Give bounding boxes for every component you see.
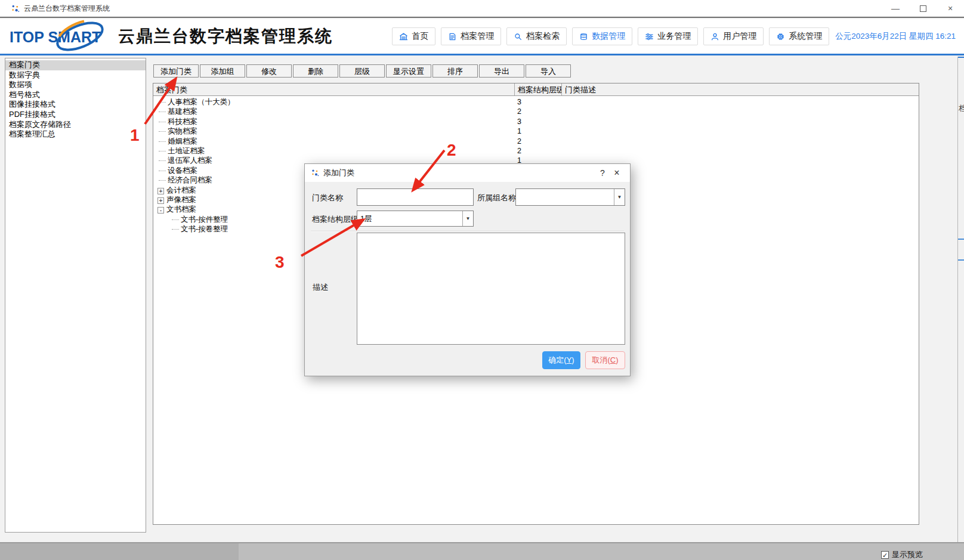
tree-item-label: 基建档案 (168, 107, 197, 116)
table-row[interactable]: 土地证档案2 (153, 146, 919, 156)
nav-button-5[interactable]: 用户管理 (703, 27, 764, 45)
tree-connector (159, 120, 166, 122)
structure-level-cell: 1 (517, 126, 521, 136)
toolbar-button-0[interactable]: 添加门类 (153, 64, 199, 78)
table-row[interactable]: 科技档案3 (153, 117, 919, 126)
system-icon (776, 32, 785, 41)
structure-level-cell: 2 (517, 137, 521, 146)
column-header-description[interactable]: 门类描述 (562, 83, 919, 95)
tree-expander-icon[interactable]: + (157, 188, 164, 194)
tree-expander-icon[interactable]: + (157, 197, 164, 204)
tree-item-label: 婚姻档案 (168, 137, 197, 146)
column-header-structure-level[interactable]: 档案结构层级 (515, 83, 562, 95)
app-icon (11, 4, 20, 13)
toolbar-button-5[interactable]: 显示设置 (386, 64, 431, 78)
window-controls: — × (882, 0, 964, 17)
cancel-button[interactable]: 取消(C) (585, 351, 625, 369)
table-row[interactable]: 婚姻档案2 (153, 137, 919, 146)
home-icon (399, 32, 408, 41)
database-icon (579, 32, 588, 41)
table-row[interactable]: 人事档案（十大类）3 (153, 97, 919, 107)
checkbox-checked-icon[interactable]: ✓ (881, 551, 889, 559)
logo-text: ITOP SMART (10, 29, 101, 46)
group-name-select[interactable]: ▼ (515, 188, 625, 206)
toolbar-button-6[interactable]: 排序 (432, 64, 478, 78)
nav-button-0[interactable]: 首页 (392, 27, 435, 45)
preview-checkbox-row: ✓ 显示预览 (881, 549, 923, 560)
sidebar-item-5[interactable]: PDF挂接格式 (5, 110, 146, 120)
maximize-icon (920, 5, 926, 12)
sidebar-item-1[interactable]: 数据字典 (5, 70, 146, 81)
sidebar-item-6[interactable]: 档案原文存储路径 (5, 120, 146, 130)
sliver-blue-line (958, 259, 964, 261)
category-name-label: 门类名称 (312, 193, 343, 203)
tree-item-label: 实物档案 (168, 127, 197, 135)
structure-level-select[interactable]: 1层 ▼ (357, 211, 474, 227)
datetime-text: 公元2023年6月22日 星期四 16:21 (835, 31, 956, 42)
tree-connector (159, 110, 166, 112)
structure-level-label: 档案结构层级 (312, 214, 359, 225)
dialog-icon (311, 169, 319, 177)
tree-item-label: 会计档案 (166, 186, 196, 194)
nav-label: 数据管理 (592, 31, 625, 42)
sliver-clipped-text: 档 (959, 103, 964, 114)
ok-button[interactable]: 确定(Y) (542, 351, 580, 369)
dialog-titlebar[interactable]: 添加门类 ? × (305, 164, 630, 182)
dialog-help-button[interactable]: ? (595, 168, 610, 178)
structure-level-cell: 2 (517, 146, 521, 156)
maximize-button[interactable] (909, 0, 937, 17)
nav-button-3[interactable]: 数据管理 (572, 27, 632, 45)
bottom-strip (0, 543, 964, 560)
tree-item-label: 文书-按卷整理 (181, 225, 228, 233)
toolbar-button-7[interactable]: 导出 (479, 64, 524, 78)
user-icon (710, 32, 719, 41)
os-titlebar: 云鼎兰台数字档案管理系统 — × (0, 0, 964, 18)
toolbar-button-1[interactable]: 添加组 (200, 64, 245, 78)
nav-button-1[interactable]: 档案管理 (441, 27, 501, 45)
dialog-close-button[interactable]: × (610, 168, 624, 178)
sidebar-item-3[interactable]: 档号格式 (5, 90, 146, 100)
sidebar-item-4[interactable]: 图像挂接格式 (5, 100, 146, 110)
category-name-input[interactable] (357, 188, 474, 206)
tree-connector (172, 218, 179, 220)
column-header-category[interactable]: 档案门类 (153, 83, 515, 95)
table-row[interactable]: 实物档案1 (153, 126, 919, 136)
tree-item-label: 经济合同档案 (168, 176, 212, 184)
nav-label: 业务管理 (657, 31, 691, 42)
chevron-down-icon[interactable]: ▼ (614, 189, 625, 205)
tree-connector (172, 227, 179, 230)
window-title: 云鼎兰台数字档案管理系统 (24, 4, 110, 14)
sidebar-item-7[interactable]: 档案整理汇总 (5, 129, 146, 140)
toolbar-button-4[interactable]: 层级 (339, 64, 385, 78)
group-name-label: 所属组名称 (477, 193, 516, 203)
toolbar-button-2[interactable]: 修改 (246, 64, 292, 78)
tree-item-label: 土地证档案 (168, 147, 205, 155)
sidebar-item-0[interactable]: 档案门类 (5, 60, 146, 70)
nav-button-6[interactable]: 系统管理 (769, 27, 829, 45)
toolbar-button-8[interactable]: 导入 (526, 64, 571, 78)
structure-level-value: 1层 (360, 214, 372, 224)
minimize-button[interactable]: — (882, 0, 909, 17)
tree-connector (159, 100, 166, 103)
chevron-down-icon[interactable]: ▼ (462, 211, 473, 226)
tree-item-label: 科技档案 (168, 117, 197, 126)
add-category-dialog: 添加门类 ? × 门类名称 所属组名称 ▼ 档案结构层级 1层 ▼ 描述 确定(… (304, 163, 631, 376)
app-window: 云鼎兰台数字档案管理系统 — × ITOP SMART 云鼎兰台数字档案管理系统… (0, 0, 964, 560)
structure-level-cell: 3 (517, 117, 521, 126)
tree-connector (159, 169, 166, 171)
nav-button-2[interactable]: 档案检索 (506, 27, 567, 45)
toolbar-button-3[interactable]: 删除 (293, 64, 338, 78)
nav-label: 用户管理 (723, 31, 756, 42)
nav-label: 档案管理 (461, 31, 494, 42)
tree-item-label: 人事档案（十大类） (168, 98, 235, 106)
tree-connector (159, 129, 166, 132)
table-header: 档案门类 档案结构层级 门类描述 (153, 83, 919, 96)
tree-connector (159, 149, 166, 151)
close-button[interactable]: × (937, 0, 964, 17)
tree-expander-icon[interactable]: - (157, 207, 164, 214)
tree-connector (159, 159, 166, 161)
sidebar-item-2[interactable]: 数据项 (5, 80, 146, 90)
nav-button-4[interactable]: 业务管理 (638, 27, 698, 45)
table-row[interactable]: 基建档案2 (153, 107, 919, 116)
description-textarea[interactable] (357, 233, 625, 345)
